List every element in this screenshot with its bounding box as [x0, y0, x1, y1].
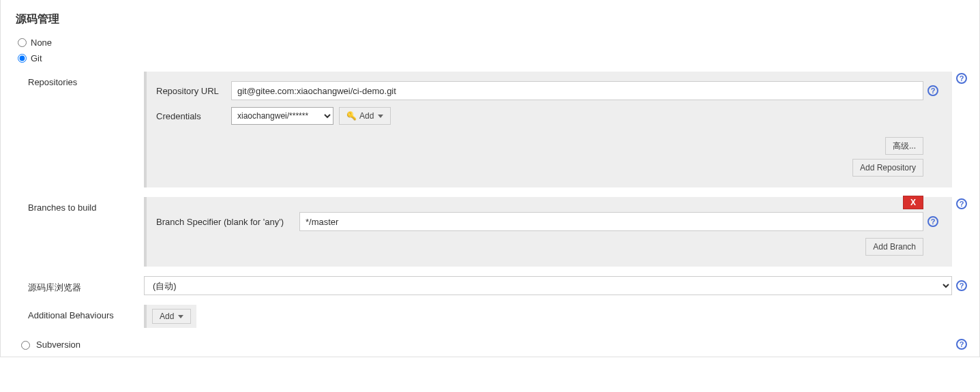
browser-select[interactable]: (自动)	[144, 276, 952, 295]
help-icon[interactable]: ?	[956, 280, 967, 291]
branch-specifier-label: Branch Specifier (blank for 'any')	[156, 217, 299, 227]
help-icon[interactable]: ?	[927, 85, 938, 96]
scm-section: 源码管理 None Git Repositories Repository UR…	[0, 0, 980, 357]
delete-branch-button[interactable]: X	[903, 196, 923, 209]
add-repository-button[interactable]: Add Repository	[852, 159, 923, 177]
radio-git[interactable]	[18, 54, 27, 63]
help-icon[interactable]: ?	[956, 198, 967, 209]
repo-url-label: Repository URL	[156, 86, 231, 96]
add-credential-label: Add	[359, 111, 374, 121]
add-behaviour-button[interactable]: Add	[152, 309, 191, 324]
branch-specifier-row: Branch Specifier (blank for 'any') ?	[156, 212, 942, 231]
repo-url-input[interactable]	[231, 81, 923, 100]
help-icon[interactable]: ?	[927, 216, 938, 227]
add-branch-button[interactable]: Add Branch	[865, 238, 923, 256]
browser-row: 源码库浏览器 (自动) ?	[28, 276, 971, 295]
add-credential-button[interactable]: 🔑 Add	[339, 107, 391, 125]
chevron-down-icon	[178, 315, 183, 318]
behaviours-label: Additional Behaviours	[28, 305, 144, 320]
repositories-row: Repositories Repository URL ? Credential…	[28, 72, 971, 187]
scm-option-git[interactable]: Git	[1, 50, 979, 66]
branches-row: Branches to build X Branch Specifier (bl…	[28, 197, 971, 267]
key-icon: 🔑	[346, 111, 357, 121]
git-config-block: Repositories Repository URL ? Credential…	[28, 72, 971, 328]
help-icon[interactable]: ?	[956, 339, 967, 350]
credentials-row: Credentials xiaochangwei/****** 🔑 Add	[156, 107, 942, 125]
radio-none-label[interactable]: None	[31, 37, 52, 48]
repo-url-row: Repository URL ?	[156, 81, 942, 100]
behaviours-panel: Add	[144, 305, 196, 328]
scm-option-subversion-row: Subversion ?	[1, 332, 979, 350]
scm-option-subversion[interactable]: Subversion	[18, 339, 80, 350]
chevron-down-icon	[378, 115, 383, 118]
scm-option-none[interactable]: None	[1, 35, 979, 50]
radio-subversion-label[interactable]: Subversion	[36, 340, 80, 350]
credentials-select[interactable]: xiaochangwei/******	[231, 107, 333, 125]
branches-label: Branches to build	[28, 197, 144, 213]
behaviours-row: Additional Behaviours Add	[28, 305, 971, 328]
branch-panel: X Branch Specifier (blank for 'any') ? A…	[144, 197, 952, 267]
add-behaviour-label: Add	[160, 312, 174, 321]
radio-git-label[interactable]: Git	[31, 53, 42, 63]
browser-label: 源码库浏览器	[28, 276, 144, 294]
radio-none[interactable]	[18, 38, 27, 47]
radio-subversion[interactable]	[21, 341, 30, 350]
repository-panel: Repository URL ? Credentials xiaochangwe	[144, 72, 952, 187]
repositories-label: Repositories	[28, 72, 144, 87]
branch-specifier-input[interactable]	[299, 212, 923, 231]
help-icon[interactable]: ?	[956, 73, 967, 84]
advanced-button[interactable]: 高级...	[885, 137, 923, 155]
credentials-label: Credentials	[156, 111, 231, 121]
section-title: 源码管理	[1, 0, 979, 35]
